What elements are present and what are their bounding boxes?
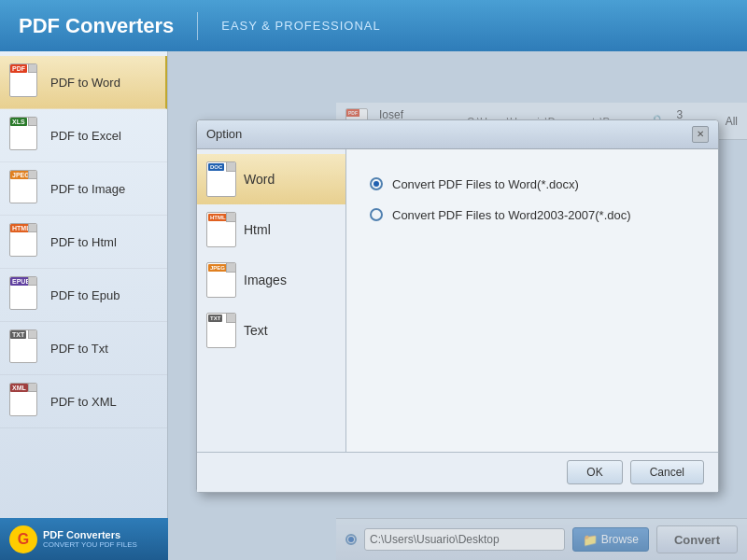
radio-docx-label: Convert PDF Files to Word(*.docx) [392, 177, 579, 191]
logo-icon: G [9, 525, 37, 553]
tag-txt: TXT [10, 330, 26, 339]
modal-overlay: Option ✕ DOC Word [168, 51, 747, 560]
sidebar-item-pdf-to-epub[interactable]: EPUB PDF to Epub [0, 269, 167, 322]
logo-text-sub: CONVERT YOU PDF FILES [43, 540, 137, 549]
option-list: DOC Word HTML Html JPEG [197, 149, 346, 452]
radio-doc-circle [370, 208, 383, 221]
main-layout: PDF PDF to Word XLS PDF to Excel JPEG PD… [0, 51, 747, 560]
logo-text-group: PDF Converters CONVERT YOU PDF FILES [43, 529, 137, 549]
sidebar-label-pdf-to-txt: PDF to Txt [50, 342, 108, 356]
sidebar-label-pdf-to-excel: PDF to Excel [50, 129, 121, 143]
sidebar-label-pdf-to-word: PDF to Word [50, 76, 120, 90]
logo-bottom: G PDF Converters CONVERT YOU PDF FILES [0, 518, 168, 560]
header-divider [197, 12, 198, 40]
radio-docx-circle [370, 177, 383, 190]
tag-html: HTML [10, 224, 32, 232]
option-modal: Option ✕ DOC Word [196, 119, 719, 493]
modal-header: Option ✕ [197, 120, 718, 149]
sidebar-label-pdf-to-html: PDF to Html [50, 235, 117, 249]
sidebar-label-pdf-to-epub: PDF to Epub [50, 288, 120, 302]
sidebar-label-pdf-to-image: PDF to Image [50, 182, 125, 196]
option-label-word: Word [244, 172, 275, 187]
pdf-to-epub-icon: EPUB [9, 276, 43, 314]
pdf-to-txt-icon: TXT [9, 329, 43, 367]
sidebar-item-pdf-to-txt[interactable]: TXT PDF to Txt [0, 322, 167, 375]
sidebar-item-pdf-to-word[interactable]: PDF PDF to Word [0, 56, 167, 109]
word-file-icon: DOC [206, 161, 236, 197]
radio-docx[interactable]: Convert PDF Files to Word(*.docx) [370, 177, 695, 191]
option-item-images[interactable]: JPEG Images [197, 255, 345, 305]
option-label-images: Images [244, 273, 287, 287]
app-title: PDF Converters [19, 14, 174, 38]
modal-body: DOC Word HTML Html JPEG [197, 149, 718, 452]
pdf-to-html-icon: HTML [9, 223, 43, 260]
ok-button[interactable]: OK [567, 460, 622, 484]
html-file-icon: HTML [206, 212, 236, 247]
app-header: PDF Converters EASY & PROFESSIONAL [0, 0, 747, 51]
pdf-to-image-icon: JPEG [9, 170, 43, 207]
option-item-word[interactable]: DOC Word [197, 154, 345, 204]
images-file-icon: JPEG [206, 262, 236, 298]
pdf-to-xml-icon: XML [9, 383, 43, 420]
app-subtitle: EASY & PROFESSIONAL [221, 19, 380, 33]
option-label-html: Html [244, 222, 271, 237]
tag-epub: EPUB [10, 277, 32, 286]
radio-doc[interactable]: Convert PDF Files to Word2003-2007(*.doc… [370, 208, 695, 222]
tag-jpeg: JPEG [10, 171, 32, 179]
cancel-button[interactable]: Cancel [630, 460, 704, 484]
modal-footer: OK Cancel [197, 452, 718, 492]
modal-close-button[interactable]: ✕ [692, 126, 709, 143]
sidebar-item-pdf-to-html[interactable]: HTML PDF to Html [0, 216, 167, 269]
pdf-to-word-icon: PDF [9, 63, 43, 101]
radio-doc-label: Convert PDF Files to Word2003-2007(*.doc… [392, 208, 631, 222]
tag-xml: XML [10, 384, 28, 392]
tag-xls: XLS [10, 118, 27, 126]
sidebar-item-pdf-to-xml[interactable]: XML PDF to XML [0, 375, 167, 428]
option-item-html[interactable]: HTML Html [197, 204, 345, 255]
sidebar-item-pdf-to-excel[interactable]: XLS PDF to Excel [0, 109, 167, 162]
sidebar-label-pdf-to-xml: PDF to XML [50, 395, 117, 409]
tag-pdf: PDF [10, 64, 27, 73]
sidebar: PDF PDF to Word XLS PDF to Excel JPEG PD… [0, 51, 168, 560]
sidebar-item-pdf-to-image[interactable]: JPEG PDF to Image [0, 162, 167, 216]
logo-text-main: PDF Converters [43, 529, 137, 540]
option-content: Convert PDF Files to Word(*.docx) Conver… [346, 149, 718, 452]
pdf-to-excel-icon: XLS [9, 117, 43, 154]
option-label-text: Text [244, 323, 268, 338]
modal-title: Option [206, 127, 242, 141]
content-area: PDF Iosef Báthory.pdf C:\Users\Usuario\D… [168, 51, 747, 560]
text-file-icon: TXT [206, 313, 236, 348]
option-item-text[interactable]: TXT Text [197, 305, 345, 356]
